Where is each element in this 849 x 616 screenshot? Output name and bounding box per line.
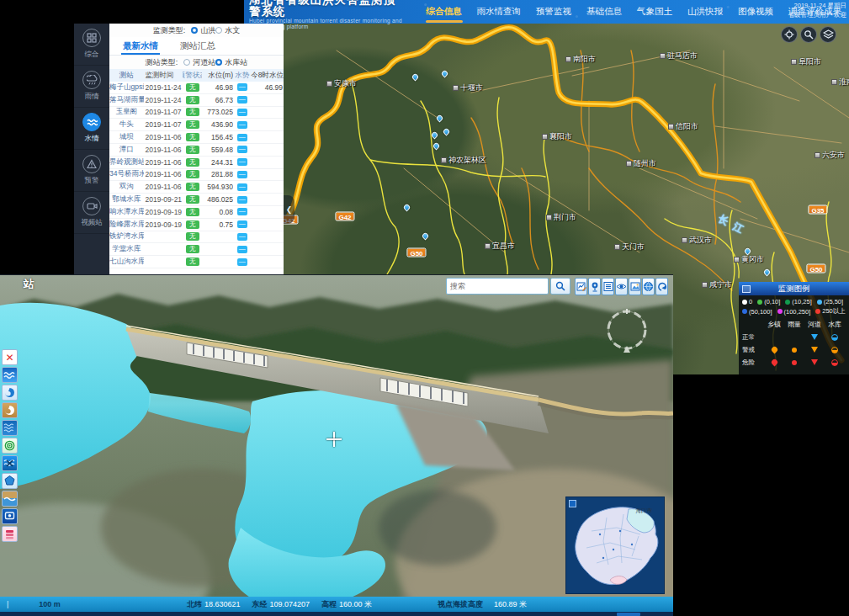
table-row[interactable]: 界岭观测站…2019-11-06 20无244.31— [109,157,284,169]
sidebar-item-雨情[interactable]: 雨情 [74,66,109,108]
cell-time: 2019-11-07 00 [144,120,183,129]
table-row[interactable]: 双沟2019-11-06 05无594.930— [109,181,284,194]
date-text: 2019-11-24 星期日 [788,2,846,11]
inset-icon[interactable] [569,500,576,507]
table-row[interactable]: 玉皇阁2019-11-07 08无773.025— [109,107,284,119]
sidebar-item-预警[interactable]: 预警 [74,150,109,192]
nav-item-预警监视[interactable]: 预警监视 [528,0,579,24]
cell-station[interactable]: 七山沟水库 [109,257,144,267]
typhoon-icon[interactable] [2,402,18,418]
table-row[interactable]: 险峰露水库(…2019-09-19 06无0.75— [109,219,284,231]
nav-item-气象国土[interactable]: 气象国土 [629,0,680,24]
tab-最新水情[interactable]: 最新水情 [123,37,158,55]
table-row[interactable]: 学堂水库无— [109,243,284,256]
nav-item-图像视频[interactable]: 图像视频 [730,0,781,24]
cell-time: 2019-09-21 05 [144,195,183,204]
overview-inset-map[interactable]: 海口市 [565,497,665,594]
city-icon [453,85,459,91]
compass[interactable] [602,305,651,354]
table-row[interactable]: 铁炉湾水库无— [109,231,284,244]
locate-icon[interactable] [781,26,798,43]
station-type-radio-河道站[interactable]: 河道站 [183,57,215,68]
cell-status: 无 [183,220,202,229]
table-row[interactable]: 鄂城水库2019-09-21 05无486.025— [109,194,284,206]
layers-alert-icon[interactable] [2,526,18,542]
city-label-随州市: 随州市 [626,158,656,169]
nav-item-基础信息[interactable]: 基础信息 [579,0,629,24]
cell-station[interactable]: 梅子山gps站… [109,82,144,93]
image-icon[interactable] [629,278,641,295]
trend-flat-icon: — [237,220,247,228]
table-row[interactable]: 七山沟水库无— [109,256,284,268]
viewer-3d[interactable]: 站 ✕ [0,274,673,616]
nav-item-雨水情查询[interactable]: 雨水情查询 [470,0,529,24]
sidebar-item-视频站[interactable]: 视频站 [74,192,109,234]
overview-icon [82,29,101,47]
layers-icon[interactable] [820,26,836,43]
cell-status: 无 [183,158,202,167]
nav-item-综合信息[interactable]: 综合信息 [419,0,470,24]
whirlpool-icon[interactable] [2,385,18,401]
viewer-left-toolbar: ✕ [2,349,18,542]
cell-station[interactable]: 铁炉湾水库 [109,231,144,242]
sediment-icon[interactable] [2,491,18,507]
spiral-target-icon[interactable] [2,438,18,454]
search-input[interactable] [446,278,549,295]
side-icon-rail: 综合雨情水情预警视频站 [74,24,109,278]
table-row[interactable]: 潭口2019-11-06 21无559.48— [109,144,284,157]
table-row[interactable]: 响水潭水库(…2019-09-19 00无0.08— [109,206,284,219]
nav-item-山洪快报[interactable]: 山洪快报 [680,0,730,24]
ripple-grid-icon[interactable] [2,420,18,436]
table-row[interactable]: 城坝2019-11-06 22无156.45— [109,131,284,144]
trend-flat-icon: — [237,208,247,215]
cell-station[interactable]: 城坝 [109,132,144,142]
user-text[interactable]: 省级管理员用户 欢迎 [788,11,846,20]
top-left-filler [0,0,244,24]
cell-trend: — [233,146,251,153]
eye-icon[interactable] [615,278,628,295]
monitor-type-radio-水文[interactable]: 水文 [215,25,240,36]
viewer-search-bar [446,278,570,295]
camera-icon[interactable] [588,278,601,295]
cell-station[interactable]: 牛头 [109,119,144,130]
table-row[interactable]: 34号桥雨水…2019-11-06 17无281.88— [109,169,284,182]
cell-station[interactable]: 险峰露水库(… [109,220,144,230]
legend-scale-item: (25,50] [817,298,843,305]
list-icon[interactable] [602,278,614,295]
search-icon[interactable] [800,26,817,43]
search-button[interactable] [550,278,570,295]
table-row[interactable]: 牛头2019-11-07 00无436.90— [109,119,284,131]
sidebar-item-综合[interactable]: 综合 [74,24,109,66]
status-badge: 无 [186,120,199,129]
tab-测站汇总[interactable]: 测站汇总 [180,37,215,55]
wave-cross-icon[interactable] [2,455,18,471]
cell-trend: — [233,171,251,178]
globe-icon[interactable] [642,278,655,295]
monitor-type-radio-山洪[interactable]: 山洪 [191,25,215,36]
panel-collapse-button[interactable]: ❮ [284,195,294,224]
cell-station[interactable]: 学堂水库 [109,244,144,254]
station-type-radio-水库站[interactable]: 水库站 [215,57,247,68]
cell-station[interactable]: 落马湖雨量… [109,95,144,105]
chart-edit-icon[interactable] [575,278,587,295]
table-row[interactable]: 落马湖雨量…2019-11-24 07无66.73— [109,94,284,107]
legend-titlebar[interactable]: 监测图例 [739,282,849,295]
cell-station[interactable]: 界岭观测站… [109,157,144,167]
table-row[interactable]: 梅子山gps站…2019-11-24 09无46.98—46.99 [109,82,284,94]
basin-icon[interactable] [2,473,18,489]
cell-station[interactable]: 34号桥雨水… [109,169,144,179]
rain-dot-icon [792,360,797,365]
wave-icon[interactable] [2,367,18,383]
status-badge: 无 [186,108,199,116]
cell-station[interactable]: 双沟 [109,182,144,192]
view-height-value: 160.89 米 [494,599,527,610]
undo-icon[interactable] [655,278,668,295]
cell-station[interactable]: 响水潭水库(… [109,207,144,217]
cell-station[interactable]: 玉皇阁 [109,107,144,117]
cell-station[interactable]: 潭口 [109,145,144,155]
sidebar-item-水情[interactable]: 水情 [74,108,109,150]
close-icon[interactable]: ✕ [2,349,18,365]
cell-status: 无 [183,146,202,154]
cell-station[interactable]: 鄂城水库 [109,194,144,204]
monitor-icon[interactable] [2,508,18,524]
